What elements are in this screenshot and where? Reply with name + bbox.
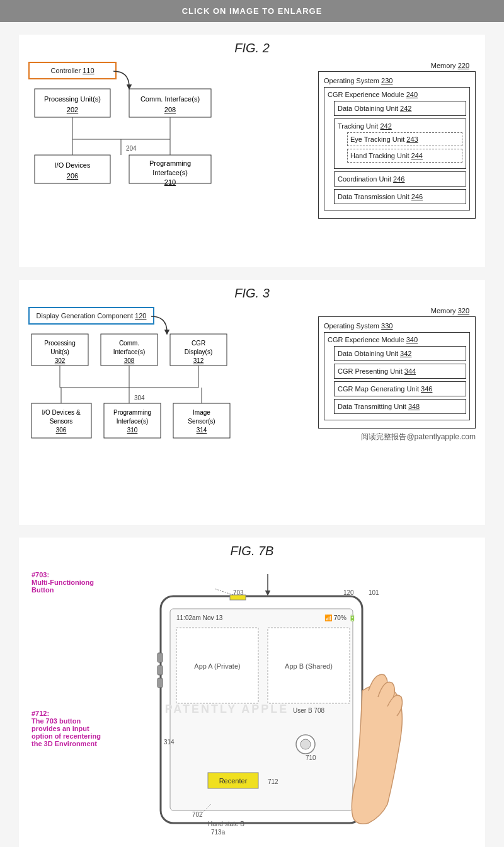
fig2-cgr-module-title: CGR Experience Module 240 bbox=[328, 91, 466, 98]
fig3-wrapper: FIG. 3 Display Generation Component 120 bbox=[19, 280, 485, 525]
svg-text:App B (Shared): App B (Shared) bbox=[285, 662, 333, 670]
controller-box: Controller 110 bbox=[28, 62, 117, 79]
svg-text:Image: Image bbox=[193, 409, 210, 416]
svg-text:Comm. Interface(s): Comm. Interface(s) bbox=[140, 95, 200, 103]
svg-text:Interface(s): Interface(s) bbox=[152, 169, 188, 176]
svg-text:📶 70% 🔋: 📶 70% 🔋 bbox=[324, 614, 357, 622]
fig3-data-transmitting: Data Transmitting Unit 348 bbox=[334, 399, 466, 414]
fig3-diagram-svg: Processing Unit(s) 302 Comm. Interface(s… bbox=[28, 328, 243, 517]
svg-text:120: 120 bbox=[343, 589, 354, 596]
svg-text:Interface(s): Interface(s) bbox=[113, 349, 146, 355]
display-gen-area: Display Generation Component 120 bbox=[28, 307, 306, 325]
fig3-content: Display Generation Component 120 bbox=[28, 307, 476, 519]
svg-rect-72 bbox=[158, 678, 163, 688]
display-gen-arrow-icon bbox=[148, 313, 180, 338]
fig3-cgr-map: CGR Map Generating Unit 346 bbox=[334, 381, 466, 396]
svg-text:App A (Private): App A (Private) bbox=[194, 662, 240, 670]
top-banner[interactable]: CLICK ON IMAGE TO ENLARGE bbox=[0, 0, 504, 22]
svg-text:302: 302 bbox=[55, 357, 66, 364]
fig2-tracking-unit: Tracking Unit 242 Eye Tracking Unit 243 … bbox=[334, 118, 466, 169]
controller-number: 110 bbox=[83, 67, 94, 74]
fig2-data-obtaining: Data Obtaining Unit 242 bbox=[334, 101, 466, 116]
fig3-title: FIG. 3 bbox=[28, 286, 476, 301]
svg-text:PATENTLY APPLE: PATENTLY APPLE bbox=[165, 703, 289, 715]
fig7b-content: #703: Multi-Functioniong Button #712: Th… bbox=[28, 565, 476, 847]
annotation-712-label: The 703 button provides an input option … bbox=[32, 717, 110, 747]
fig7b-annotations-left: #703: Multi-Functioniong Button #712: Th… bbox=[28, 565, 110, 847]
svg-text:206: 206 bbox=[67, 172, 78, 180]
svg-text:Sensors: Sensors bbox=[50, 418, 73, 425]
svg-text:I/O Devices &: I/O Devices & bbox=[42, 409, 80, 416]
display-gen-number: 120 bbox=[135, 312, 146, 320]
fig3-memory-panel: Memory 320 Operating System 330 CGR Expe… bbox=[318, 307, 476, 519]
fig2-cgr-module: CGR Experience Module 240 Data Obtaining… bbox=[324, 87, 470, 210]
svg-text:310: 310 bbox=[127, 427, 138, 434]
svg-text:Hand state B: Hand state B bbox=[208, 821, 244, 827]
annotation-703-number: #703: bbox=[32, 571, 110, 579]
svg-text:CGR: CGR bbox=[192, 340, 205, 347]
svg-text:Processing Unit(s): Processing Unit(s) bbox=[44, 95, 101, 103]
svg-text:702: 702 bbox=[192, 811, 203, 818]
svg-text:Programming: Programming bbox=[149, 159, 191, 167]
svg-point-65 bbox=[301, 739, 311, 749]
svg-rect-71 bbox=[158, 666, 163, 675]
svg-text:306: 306 bbox=[56, 427, 67, 434]
fig2-hand-tracking: Hand Tracking Unit 244 bbox=[347, 149, 462, 163]
fig3-cgr-title: CGR Experience Module 340 bbox=[328, 336, 466, 343]
svg-text:Interface(s): Interface(s) bbox=[117, 418, 149, 425]
fig2-eye-tracking: Eye Tracking Unit 243 bbox=[347, 132, 462, 146]
svg-text:713a: 713a bbox=[211, 829, 226, 836]
svg-text:712: 712 bbox=[268, 778, 278, 785]
svg-text:Sensor(s): Sensor(s) bbox=[188, 418, 215, 425]
svg-text:Recenter: Recenter bbox=[219, 777, 248, 785]
svg-text:304: 304 bbox=[134, 395, 145, 401]
svg-text:Processing: Processing bbox=[44, 340, 75, 347]
fig2-memory-content: Operating System 230 CGR Experience Modu… bbox=[318, 71, 476, 219]
fig3-left: Display Generation Component 120 bbox=[28, 307, 306, 519]
fig7b-title: FIG. 7B bbox=[28, 544, 476, 558]
display-gen-box: Display Generation Component 120 bbox=[28, 307, 154, 325]
fig2-wrapper: FIG. 2 Controller 110 bbox=[19, 35, 485, 267]
annotation-703-label: Multi-Functioniong Button bbox=[32, 579, 110, 594]
fig2-coordination: Coordination Unit 246 bbox=[334, 171, 466, 187]
svg-rect-70 bbox=[158, 653, 163, 662]
main-content: FIG. 2 Controller 110 bbox=[0, 22, 504, 847]
annotation-712-number: #712: bbox=[32, 710, 110, 717]
annotation-712: #712: The 703 button provides an input o… bbox=[32, 710, 110, 747]
svg-text:202: 202 bbox=[67, 106, 78, 113]
svg-text:Unit(s): Unit(s) bbox=[50, 349, 69, 355]
fig2-memory-label: Memory 220 bbox=[318, 62, 476, 69]
svg-text:Comm.: Comm. bbox=[119, 340, 139, 347]
fig2-memory-panel: Memory 220 Operating System 230 CGR Expe bbox=[318, 62, 476, 261]
fig3-memory-content: Operating System 330 CGR Experience Modu… bbox=[318, 316, 476, 429]
fig7b-wrapper: FIG. 7B #703: Multi-Functioniong Button … bbox=[19, 538, 485, 847]
fig7b-svg: 11:02am Nov 13 📶 70% 🔋 App A (Private) A… bbox=[110, 565, 438, 847]
svg-text:208: 208 bbox=[164, 106, 176, 113]
svg-text:314: 314 bbox=[164, 739, 175, 746]
fig3-memory-label: Memory 320 bbox=[318, 307, 476, 314]
svg-text:314: 314 bbox=[197, 427, 207, 434]
fig7b-device: 11:02am Nov 13 📶 70% 🔋 App A (Private) A… bbox=[110, 565, 476, 847]
fig2-data-transmission: Data Transmission Unit 246 bbox=[334, 189, 466, 204]
controller-arrow-icon bbox=[110, 68, 142, 93]
fig2-diagram-svg: Processing Unit(s) 202 Comm. Interface(s… bbox=[28, 83, 230, 259]
fig2-left: Controller 110 bbox=[28, 62, 306, 261]
svg-text:204: 204 bbox=[126, 145, 137, 152]
fig3-data-obtaining: Data Obtaining Unit 342 bbox=[334, 346, 466, 361]
svg-text:308: 308 bbox=[124, 357, 135, 364]
controller-label: Controller bbox=[50, 67, 81, 74]
svg-text:312: 312 bbox=[193, 357, 204, 364]
fig2-title: FIG. 2 bbox=[28, 41, 476, 55]
svg-text:User B 708: User B 708 bbox=[293, 707, 324, 714]
fig3-os: Operating System 330 bbox=[324, 322, 470, 330]
svg-text:101: 101 bbox=[369, 589, 379, 596]
svg-line-77 bbox=[214, 589, 233, 595]
fig3-cgr-presenting: CGR Presenting Unit 344 bbox=[334, 364, 466, 379]
svg-text:11:02am Nov 13: 11:02am Nov 13 bbox=[176, 614, 223, 621]
annotation-703: #703: Multi-Functioniong Button bbox=[32, 571, 110, 594]
fig3-chinese-text: 阅读完整报告@patentlyapple.com bbox=[318, 432, 476, 442]
controller-area: Controller 110 bbox=[28, 62, 306, 79]
banner-text: CLICK ON IMAGE TO ENLARGE bbox=[182, 6, 323, 16]
fig3-cgr-module: CGR Experience Module 340 Data Obtaining… bbox=[324, 332, 470, 420]
svg-text:210: 210 bbox=[164, 178, 176, 186]
